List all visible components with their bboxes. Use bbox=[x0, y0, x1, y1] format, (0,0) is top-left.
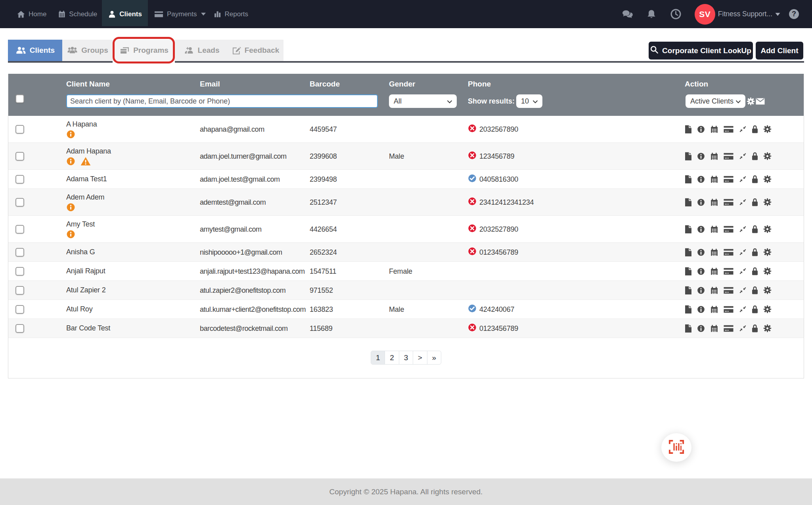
gear-icon[interactable] bbox=[763, 267, 772, 275]
add-client-button[interactable]: Add Client bbox=[756, 42, 803, 60]
compress-icon[interactable] bbox=[739, 286, 747, 294]
calendar-icon[interactable] bbox=[710, 175, 718, 184]
tab-clients[interactable]: Clients bbox=[8, 40, 62, 61]
document-icon[interactable] bbox=[685, 225, 692, 234]
compress-icon[interactable] bbox=[739, 125, 747, 133]
payment-card-icon[interactable] bbox=[723, 325, 734, 332]
document-icon[interactable] bbox=[685, 305, 692, 314]
row-checkbox[interactable] bbox=[15, 152, 24, 161]
user-menu[interactable]: Fitness Support... bbox=[718, 10, 780, 18]
gear-icon[interactable] bbox=[763, 324, 772, 332]
document-icon[interactable] bbox=[685, 125, 692, 134]
help-icon[interactable]: ? bbox=[789, 9, 799, 19]
chat-icon[interactable] bbox=[622, 10, 634, 19]
corporate-client-lookup-button[interactable]: Corporate Client LookUp bbox=[649, 42, 753, 60]
nav-item-schedule[interactable]: Schedule bbox=[52, 0, 103, 28]
bell-icon[interactable] bbox=[647, 9, 656, 19]
info-icon[interactable] bbox=[66, 230, 75, 241]
row-checkbox[interactable] bbox=[15, 125, 24, 134]
lock-icon[interactable] bbox=[752, 267, 758, 275]
document-icon[interactable] bbox=[685, 267, 692, 276]
row-checkbox[interactable] bbox=[15, 175, 24, 184]
payment-card-icon[interactable] bbox=[723, 175, 734, 183]
info-icon[interactable] bbox=[66, 157, 75, 168]
compress-icon[interactable] bbox=[739, 152, 747, 160]
compress-icon[interactable] bbox=[739, 325, 747, 332]
info-icon[interactable] bbox=[697, 305, 705, 313]
compress-icon[interactable] bbox=[739, 225, 747, 233]
document-icon[interactable] bbox=[685, 198, 692, 207]
page-button->[interactable]: > bbox=[413, 351, 427, 364]
page-button-3[interactable]: 3 bbox=[399, 351, 413, 364]
search-input[interactable] bbox=[66, 94, 378, 108]
row-checkbox[interactable] bbox=[15, 324, 24, 333]
nav-item-payments[interactable]: Payments bbox=[148, 0, 212, 28]
info-icon[interactable] bbox=[697, 152, 705, 160]
document-icon[interactable] bbox=[685, 286, 692, 295]
info-icon[interactable] bbox=[697, 225, 705, 233]
payment-card-icon[interactable] bbox=[723, 286, 734, 294]
gear-icon[interactable] bbox=[763, 305, 772, 313]
info-icon[interactable] bbox=[697, 267, 705, 275]
select-all-checkbox[interactable] bbox=[15, 94, 24, 103]
compress-icon[interactable] bbox=[739, 175, 747, 183]
avatar[interactable]: SV bbox=[695, 4, 715, 25]
payment-card-icon[interactable] bbox=[723, 267, 734, 275]
gear-icon[interactable] bbox=[763, 286, 772, 294]
page-button-»[interactable]: » bbox=[427, 351, 441, 364]
clock-icon[interactable] bbox=[670, 9, 681, 19]
info-icon[interactable] bbox=[697, 248, 705, 256]
gear-icon[interactable] bbox=[763, 175, 772, 183]
calendar-icon[interactable] bbox=[710, 248, 718, 257]
lock-icon[interactable] bbox=[752, 248, 758, 256]
document-icon[interactable] bbox=[685, 152, 692, 161]
lock-icon[interactable] bbox=[752, 198, 758, 206]
document-icon[interactable] bbox=[685, 175, 692, 184]
compress-icon[interactable] bbox=[739, 198, 747, 206]
calendar-icon[interactable] bbox=[710, 152, 718, 161]
document-icon[interactable] bbox=[685, 248, 692, 257]
compress-icon[interactable] bbox=[739, 305, 747, 313]
row-checkbox[interactable] bbox=[15, 286, 24, 295]
nav-item-reports[interactable]: Reports bbox=[207, 0, 255, 28]
gear-icon[interactable] bbox=[763, 225, 772, 233]
page-button-1[interactable]: 1 bbox=[371, 351, 385, 364]
row-checkbox[interactable] bbox=[15, 225, 24, 234]
info-icon[interactable] bbox=[697, 198, 705, 206]
gender-filter-select[interactable]: All bbox=[389, 94, 457, 108]
gear-icon[interactable] bbox=[763, 248, 772, 256]
calendar-icon[interactable] bbox=[710, 225, 718, 234]
calendar-icon[interactable] bbox=[710, 267, 718, 276]
row-checkbox[interactable] bbox=[15, 248, 24, 257]
client-status-select[interactable]: Active Clients bbox=[686, 94, 745, 108]
row-checkbox[interactable] bbox=[15, 267, 24, 276]
row-checkbox[interactable] bbox=[15, 198, 24, 207]
calendar-icon[interactable] bbox=[710, 305, 718, 314]
lock-icon[interactable] bbox=[752, 286, 758, 294]
info-icon[interactable] bbox=[697, 125, 705, 133]
calendar-icon[interactable] bbox=[710, 198, 718, 207]
calendar-icon[interactable] bbox=[710, 286, 718, 295]
document-icon[interactable] bbox=[685, 324, 692, 333]
calendar-icon[interactable] bbox=[710, 125, 718, 134]
compress-icon[interactable] bbox=[739, 248, 747, 256]
payment-card-icon[interactable] bbox=[723, 152, 734, 160]
envelope-icon[interactable] bbox=[756, 94, 765, 108]
info-icon[interactable] bbox=[66, 203, 75, 214]
barcode-scan-fab[interactable] bbox=[661, 433, 691, 462]
tab-groups[interactable]: Groups bbox=[62, 40, 113, 61]
lock-icon[interactable] bbox=[752, 324, 758, 332]
info-icon[interactable] bbox=[66, 130, 75, 141]
lock-icon[interactable] bbox=[752, 175, 758, 183]
warning-icon[interactable] bbox=[80, 157, 91, 168]
payment-card-icon[interactable] bbox=[723, 225, 734, 233]
payment-card-icon[interactable] bbox=[723, 248, 734, 256]
tab-leads[interactable]: Leads bbox=[175, 40, 228, 61]
lock-icon[interactable] bbox=[752, 125, 758, 133]
compress-icon[interactable] bbox=[739, 267, 747, 275]
gear-icon[interactable] bbox=[763, 152, 772, 160]
tab-feedback[interactable]: Feedback bbox=[228, 40, 283, 61]
lock-icon[interactable] bbox=[752, 225, 758, 233]
nav-item-home[interactable]: Home bbox=[11, 0, 52, 28]
gear-icon[interactable] bbox=[763, 125, 772, 133]
